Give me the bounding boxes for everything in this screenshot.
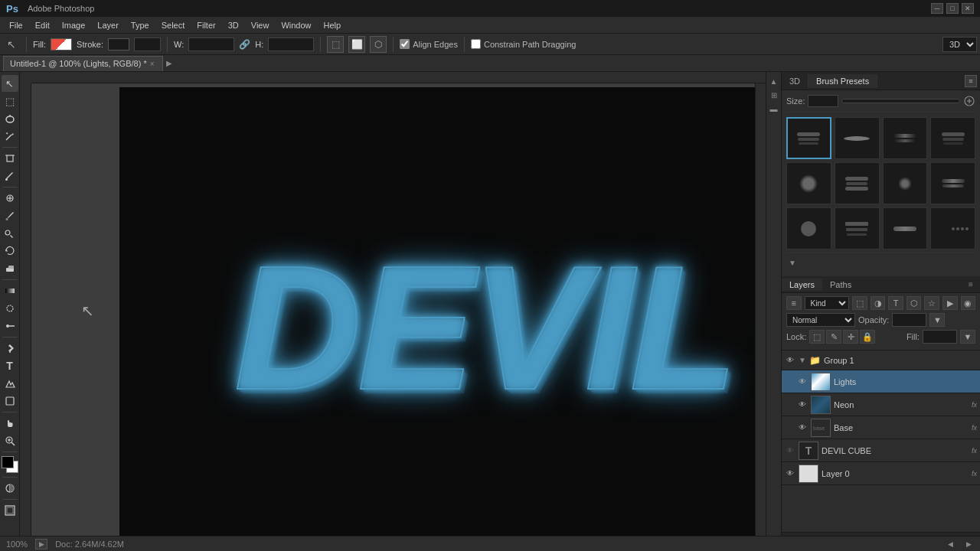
menu-window[interactable]: Window (275, 19, 317, 31)
document-tab[interactable]: Untitled-1 @ 100% (Lights, RGB/8) * × (3, 56, 163, 71)
lock-all-btn[interactable]: 🔒 (860, 330, 875, 344)
opacity-dropdown[interactable]: ▼ (929, 313, 945, 327)
mini-btn-3[interactable]: ▬ (768, 103, 780, 115)
layer-visibility-layer0[interactable]: 👁 (785, 468, 795, 479)
lock-transparent-btn[interactable]: ⬚ (809, 330, 825, 344)
panel-collapse-icon[interactable]: ≡ (965, 75, 977, 87)
tool-path-selection[interactable] (2, 375, 18, 392)
tool-eraser[interactable] (2, 260, 18, 277)
fill-swatch[interactable] (51, 38, 72, 51)
tab-paths[interactable]: Paths (822, 279, 859, 291)
filter-kind-icon[interactable]: ≡ (786, 296, 802, 310)
vertical-scrollbar[interactable] (755, 83, 766, 540)
status-nav-left[interactable]: ◀ (945, 539, 956, 549)
3d-select[interactable]: 3D (942, 37, 977, 52)
transform-option-1[interactable]: ⬚ (327, 36, 344, 53)
menu-file[interactable]: File (3, 19, 29, 31)
height-input[interactable] (268, 37, 314, 51)
layer-lights[interactable]: 👁 Lights (782, 370, 980, 393)
align-edges-checkbox[interactable] (400, 39, 410, 49)
tool-blur[interactable] (2, 300, 18, 317)
tool-shape[interactable] (2, 393, 18, 409)
layer-visibility-neon[interactable]: 👁 (797, 399, 808, 410)
tab-arrow-icon[interactable]: ▶ (166, 59, 172, 67)
expand-icon-group1[interactable]: ▼ (799, 356, 806, 364)
brush-preset-3[interactable] (883, 117, 928, 159)
blend-mode-select[interactable]: Normal (786, 313, 855, 327)
tool-healing[interactable] (2, 190, 18, 207)
maximize-button[interactable]: □ (946, 3, 959, 14)
stroke-width-input[interactable] (134, 37, 161, 51)
layers-panel-menu-btn[interactable]: ≡ (965, 279, 977, 291)
width-input[interactable] (188, 37, 234, 51)
layer-0[interactable]: 👁 Layer 0 fx (782, 462, 980, 485)
filter-smart-icon[interactable]: ☆ (924, 296, 939, 310)
mini-btn-2[interactable]: ⊞ (768, 89, 780, 101)
filter-shape-icon[interactable]: ⬡ (906, 296, 922, 310)
lock-pixels-btn[interactable]: ✎ (826, 330, 841, 344)
filter-pixel-icon[interactable]: ⬚ (852, 296, 867, 310)
tool-quick-mask[interactable] (2, 480, 18, 497)
tool-marquee[interactable]: ⬚ (2, 93, 18, 109)
layer-visibility-group1[interactable]: 👁 (785, 355, 795, 366)
menu-edit[interactable]: Edit (29, 19, 56, 31)
tool-lasso[interactable] (2, 110, 18, 127)
fill-dropdown[interactable]: ▼ (960, 330, 975, 344)
status-zoom-btn[interactable]: ▶ (35, 539, 47, 549)
filter-video-icon[interactable]: ▶ (942, 296, 958, 310)
tool-screen-mode[interactable] (2, 502, 18, 519)
filter-toggle[interactable]: ◉ (961, 296, 976, 310)
menu-filter[interactable]: Filter (191, 19, 221, 31)
brush-preset-1[interactable] (786, 117, 831, 159)
filter-adj-icon[interactable]: ◑ (871, 296, 886, 310)
brush-presets-menu-btn[interactable]: ▼ (786, 256, 799, 269)
brush-size-slider[interactable] (841, 99, 960, 103)
brush-preset-11[interactable] (883, 207, 928, 249)
tab-close-button[interactable]: × (150, 60, 155, 68)
close-button[interactable]: ✕ (962, 3, 974, 14)
brush-preset-2[interactable] (835, 117, 880, 159)
transform-option-3[interactable]: ⬡ (370, 36, 387, 53)
menu-view[interactable]: View (245, 19, 276, 31)
opacity-input[interactable]: 100% (892, 313, 926, 327)
foreground-color[interactable] (2, 456, 14, 468)
stroke-swatch[interactable] (108, 38, 129, 51)
brush-preset-5[interactable] (786, 162, 831, 204)
tab-layers[interactable]: Layers (782, 279, 822, 291)
layer-group-1[interactable]: 👁 ▼ 📁 Group 1 (782, 350, 980, 370)
brush-preset-12[interactable] (930, 207, 975, 249)
brush-size-new-icon[interactable] (963, 95, 975, 107)
brush-size-input[interactable] (808, 95, 838, 107)
brush-preset-10[interactable] (835, 207, 880, 249)
brush-preset-7[interactable] (883, 162, 928, 204)
tool-history[interactable] (2, 243, 18, 259)
menu-layer[interactable]: Layer (91, 19, 125, 31)
menu-type[interactable]: Type (125, 19, 155, 31)
layer-devil-cube[interactable]: 👁 T DEVIL CUBE fx (782, 439, 980, 462)
layer-neon[interactable]: 👁 Neon fx (782, 393, 980, 416)
tool-pen[interactable] (2, 340, 18, 357)
layer-visibility-base[interactable]: 👁 (797, 422, 808, 433)
menu-help[interactable]: Help (318, 19, 348, 31)
tool-zoom[interactable] (2, 432, 18, 449)
constrain-checkbox[interactable] (471, 39, 481, 49)
tool-move[interactable]: ↖ (2, 75, 18, 92)
tab-3d[interactable]: 3D (782, 74, 808, 88)
layer-visibility-lights[interactable]: 👁 (797, 377, 808, 387)
menu-image[interactable]: Image (56, 19, 92, 31)
transform-option-2[interactable]: ⬜ (348, 36, 365, 53)
brush-preset-4[interactable] (930, 117, 975, 159)
fill-input[interactable]: 100% (923, 330, 957, 344)
tool-eyedropper[interactable] (2, 168, 18, 184)
mini-btn-1[interactable]: ▲ (768, 75, 780, 87)
menu-select[interactable]: Select (155, 19, 191, 31)
tool-brush[interactable] (2, 207, 18, 224)
brush-preset-9[interactable] (786, 207, 831, 249)
menu-3d[interactable]: 3D (222, 19, 245, 31)
minimize-button[interactable]: ─ (931, 3, 943, 14)
layer-base[interactable]: 👁 base Base fx (782, 416, 980, 439)
brush-preset-6[interactable] (835, 162, 880, 204)
filter-type-icon[interactable]: T (888, 296, 903, 310)
tab-brush-presets[interactable]: Brush Presets (808, 74, 877, 88)
tool-gradient[interactable] (2, 282, 18, 299)
